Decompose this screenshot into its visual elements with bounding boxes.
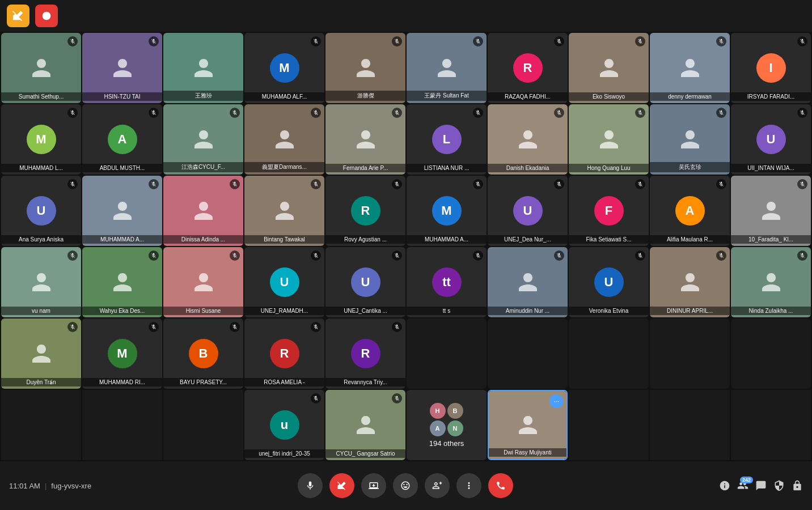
participant-tile: vu nam <box>1 247 81 317</box>
participant-tile: MUHAMMAD A... <box>82 176 162 246</box>
svg-point-0 <box>43 12 51 20</box>
mute-icon <box>67 250 78 261</box>
participant-tile: 江浩森CYCU_F... <box>163 104 243 175</box>
mute-icon <box>392 250 402 261</box>
camera-button[interactable] <box>329 473 354 498</box>
emoji-button[interactable] <box>393 473 418 498</box>
participant-tile: Fernanda Arie P... <box>325 104 405 175</box>
participant-tile: BBAYU PRASETY... <box>163 318 243 389</box>
mute-icon <box>149 179 159 189</box>
participant-name: ROSA AMELIA - <box>244 378 324 386</box>
participant-tile: Dinissa Adinda ... <box>163 176 243 246</box>
more-options-button[interactable] <box>456 473 481 498</box>
participant-name: BAYU PRASETY... <box>163 378 243 386</box>
participant-tile: 王蒙丹 Sultan Fat <box>407 33 487 103</box>
participants-grid: Sumathi Sethup...HSIN-TZU TAI王雅玢MMUHAMAD… <box>0 32 812 461</box>
participant-tile: DININUR APRIL... <box>650 247 730 317</box>
participant-tile: Ninda Zulaikha ... <box>731 247 811 317</box>
share-screen-button[interactable] <box>361 473 386 498</box>
mute-icon <box>797 36 807 46</box>
others-count-label: 194 others <box>429 439 464 448</box>
participant-name: Sumathi Sethup... <box>1 92 81 101</box>
participant-name: Dinissa Adinda ... <box>163 235 243 244</box>
participant-name: unej_fitri indri_20-35 <box>244 449 324 458</box>
mute-icon <box>392 36 402 46</box>
more-options-icon[interactable]: ··· <box>549 394 563 408</box>
participant-name: MUHAMMAD RI... <box>82 378 162 386</box>
participant-name: MUHAMAD ALF... <box>244 92 324 101</box>
participant-tile: FFika Setiawati S... <box>569 176 649 246</box>
reactions-button[interactable] <box>425 473 450 498</box>
info-button[interactable] <box>719 480 730 491</box>
mute-icon <box>311 250 321 261</box>
participant-tile: denny dermawan <box>650 33 730 103</box>
participant-tile: 吴氏玄珍 <box>650 104 730 175</box>
mute-icon <box>554 179 564 189</box>
chat-button[interactable] <box>755 480 767 491</box>
mute-icon <box>473 36 483 46</box>
security-button[interactable] <box>773 480 785 491</box>
participant-name: Revannyca Triy... <box>325 378 405 386</box>
participant-name: MUHAMMAD L... <box>1 164 81 172</box>
mute-icon <box>716 250 726 261</box>
camera-off-icon[interactable] <box>7 5 29 27</box>
participant-name: Wahyu Eka Des... <box>82 307 162 315</box>
participant-name: 江浩森CYCU_F... <box>163 162 243 172</box>
participant-name: 10_Faradita_ Kl... <box>731 235 811 244</box>
mute-icon <box>230 322 240 332</box>
participant-tile: Eko Siswoyo <box>569 33 649 103</box>
record-icon[interactable] <box>35 5 58 27</box>
participant-name: denny dermawan <box>650 92 730 101</box>
participant-name: vu nam <box>1 307 81 315</box>
others-tile: HBAN194 others <box>407 390 487 460</box>
participant-tile: 王雅玢 <box>163 33 243 103</box>
participant-name: Danish Ekadania <box>488 164 568 172</box>
end-call-button[interactable] <box>488 473 513 498</box>
participant-name: MUHAMMAD A... <box>82 235 162 244</box>
mute-icon <box>311 179 321 189</box>
mute-icon <box>392 322 402 332</box>
mute-icon <box>635 108 645 118</box>
mute-icon <box>635 250 645 261</box>
mute-icon <box>149 250 159 261</box>
mute-icon <box>716 179 726 189</box>
participants-button[interactable]: 242 <box>737 480 748 491</box>
right-controls: 242 <box>719 480 803 491</box>
mute-icon <box>635 179 645 189</box>
participant-name: 游勝傑 <box>325 91 405 101</box>
participant-name: 義盟夏Darmans... <box>244 162 324 172</box>
mute-icon <box>716 36 726 46</box>
participant-tile: 游勝傑 <box>325 33 405 103</box>
participant-tile: AABDUL MUSTH... <box>82 104 162 175</box>
mute-icon <box>311 36 321 46</box>
participant-name: Alifia Maulana R... <box>650 235 730 244</box>
participant-name: 吴氏玄珍 <box>650 162 730 172</box>
topbar <box>0 0 812 32</box>
participant-name: Hismi Susane <box>163 307 243 315</box>
meeting-time: 11:01 AM <box>9 482 40 490</box>
participant-tile: Duyên Trần <box>1 318 81 389</box>
participant-name: Fernanda Arie P... <box>325 164 405 172</box>
mute-icon <box>554 250 564 261</box>
participant-tile: Danish Ekadania <box>488 104 568 175</box>
participant-name: Veronika Etvina <box>569 307 649 315</box>
participant-tile: MMUHAMAD ALF... <box>244 33 324 103</box>
participant-name: UNEJ_RAMADH... <box>244 307 324 315</box>
participant-name: Dwi Rasy Mujiyanti <box>489 448 566 457</box>
mute-icon <box>473 250 483 261</box>
participant-name: LISTIANA NUR ... <box>407 164 487 172</box>
participant-tile: tttt s <box>407 247 487 317</box>
participant-name: Ninda Zulaikha ... <box>731 307 811 315</box>
lock-button[interactable] <box>792 480 803 491</box>
participant-name: Rovy Agustian ... <box>325 235 405 244</box>
participant-tile: Hismi Susane <box>163 247 243 317</box>
participant-name: tt s <box>407 307 487 315</box>
participant-tile: uunej_fitri indri_20-35 <box>244 390 324 460</box>
microphone-button[interactable] <box>298 473 323 498</box>
mute-icon <box>67 179 78 189</box>
participant-tile: ···Dwi Rasy Mujiyanti <box>488 390 568 460</box>
participant-name: 王蒙丹 Sultan Fat <box>407 91 487 101</box>
meeting-info: 11:01 AM | fug-yvsv-xre <box>9 482 91 490</box>
participant-name: Eko Siswoyo <box>569 92 649 101</box>
mute-icon <box>67 108 78 118</box>
